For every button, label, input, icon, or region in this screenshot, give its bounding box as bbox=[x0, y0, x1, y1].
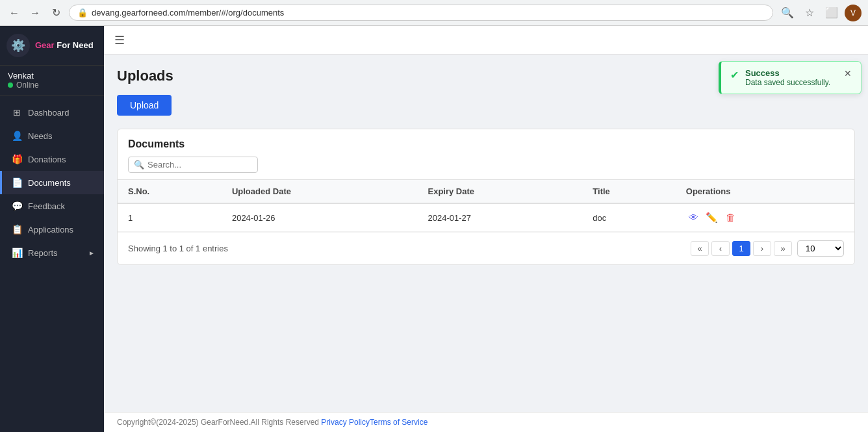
back-button[interactable]: ← bbox=[6, 5, 22, 21]
col-operations: Operations bbox=[676, 180, 854, 203]
pagination-row: Showing 1 to 1 of 1 entries « ‹ 1 › » 10… bbox=[118, 232, 854, 264]
edit-button[interactable]: ✏️ bbox=[703, 210, 721, 225]
pagination-controls-wrapper: « ‹ 1 › » 10 25 50 100 bbox=[691, 240, 844, 257]
sidebar-nav: ⊞ Dashboard 👤 Needs 🎁 Donations 📄 Docume… bbox=[0, 95, 104, 432]
upload-button[interactable]: Upload bbox=[117, 95, 172, 116]
status-dot bbox=[8, 83, 13, 88]
sidebar-item-label: Feedback bbox=[28, 201, 65, 211]
reload-button[interactable]: ↻ bbox=[48, 5, 64, 21]
toast-title: Success bbox=[745, 68, 837, 78]
cell-sno: 1 bbox=[118, 203, 222, 232]
toast-message: Data saved successfully. bbox=[745, 78, 837, 87]
sidebar-item-applications[interactable]: 📋 Applications bbox=[0, 218, 104, 241]
col-sno: S.No. bbox=[118, 180, 222, 203]
documents-card: Documents 🔍 S.No. Uploaded Date Expiry D… bbox=[117, 129, 855, 265]
status-label: Online bbox=[16, 81, 39, 90]
extensions-button[interactable]: ⬜ bbox=[823, 4, 841, 22]
url-bar[interactable]: 🔒 devang.gearforneed.com/member/#/org/do… bbox=[69, 5, 773, 21]
sidebar-user: Venkat Online bbox=[0, 66, 104, 95]
search-button[interactable]: 🔍 bbox=[778, 4, 797, 22]
view-button[interactable]: 👁 bbox=[686, 210, 701, 224]
donations-icon: 🎁 bbox=[11, 154, 23, 164]
needs-icon: 👤 bbox=[11, 131, 23, 141]
search-wrapper: 🔍 bbox=[128, 157, 258, 173]
documents-table: S.No. Uploaded Date Expiry Date Title Op… bbox=[118, 180, 854, 232]
sidebar-item-label: Dashboard bbox=[28, 108, 70, 118]
browser-actions: 🔍 ☆ ⬜ V bbox=[778, 4, 862, 22]
sidebar-item-dashboard[interactable]: ⊞ Dashboard bbox=[0, 101, 104, 124]
sidebar-header: ⚙️ Gear For Need bbox=[0, 26, 104, 66]
page-1-button[interactable]: 1 bbox=[732, 241, 750, 256]
sidebar-item-documents[interactable]: 📄 Documents bbox=[0, 171, 104, 194]
bookmark-button[interactable]: ☆ bbox=[800, 4, 819, 22]
privacy-policy-link[interactable]: Privacy Policy bbox=[321, 418, 370, 427]
toast-close-button[interactable]: ✕ bbox=[844, 68, 852, 79]
sidebar-item-label: Needs bbox=[28, 131, 53, 141]
sidebar: ⚙️ Gear For Need Venkat Online ⊞ Dashboa… bbox=[0, 26, 104, 432]
topbar: ☰ bbox=[104, 26, 868, 55]
dashboard-icon: ⊞ bbox=[11, 107, 23, 118]
table-row: 1 2024-01-26 2024-01-27 doc 👁 ✏️ 🗑 bbox=[118, 203, 854, 232]
toast-body: Success Data saved successfully. bbox=[745, 68, 837, 87]
success-icon: ✔ bbox=[730, 69, 739, 81]
pagination-info: Showing 1 to 1 of 1 entries bbox=[128, 244, 228, 253]
content-area: ✔ Success Data saved successfully. ✕ Upl… bbox=[104, 55, 868, 412]
browser-chrome: ← → ↻ 🔒 devang.gearforneed.com/member/#/… bbox=[0, 0, 868, 26]
documents-card-title: Documents bbox=[128, 138, 844, 150]
pagination-controls: « ‹ 1 › » bbox=[691, 241, 792, 256]
footer-copyright: Copyright©(2024-2025) GearForNeed.All Ri… bbox=[117, 418, 428, 427]
table-header: S.No. Uploaded Date Expiry Date Title Op… bbox=[118, 180, 854, 203]
per-page-select[interactable]: 10 25 50 100 bbox=[797, 240, 844, 257]
app-wrapper: ⚙️ Gear For Need Venkat Online ⊞ Dashboa… bbox=[0, 26, 868, 432]
sidebar-item-label: Donations bbox=[28, 155, 66, 164]
footer: Copyright©(2024-2025) GearForNeed.All Ri… bbox=[104, 412, 868, 432]
sidebar-brand: Gear For Need bbox=[35, 40, 94, 51]
profile-avatar[interactable]: V bbox=[845, 5, 862, 21]
url-text: devang.gearforneed.com/member/#/org/docu… bbox=[92, 8, 284, 18]
page-last-button[interactable]: » bbox=[774, 241, 792, 256]
table-header-row: S.No. Uploaded Date Expiry Date Title Op… bbox=[118, 180, 854, 203]
cell-expiry-date: 2024-01-27 bbox=[418, 203, 583, 232]
sidebar-status: Online bbox=[8, 81, 96, 90]
terms-link[interactable]: Terms of Service bbox=[370, 418, 428, 427]
hamburger-button[interactable]: ☰ bbox=[114, 33, 125, 47]
delete-button[interactable]: 🗑 bbox=[723, 210, 738, 224]
sidebar-username: Venkat bbox=[8, 71, 96, 81]
sidebar-item-reports[interactable]: 📊 Reports ► bbox=[0, 241, 104, 264]
page-first-button[interactable]: « bbox=[691, 241, 709, 256]
main-content: ☰ ✔ Success Data saved successfully. ✕ U… bbox=[104, 26, 868, 432]
sidebar-item-label: Applications bbox=[28, 225, 73, 235]
reports-icon: 📊 bbox=[11, 248, 23, 258]
sidebar-logo: ⚙️ bbox=[6, 34, 30, 57]
sidebar-item-donations[interactable]: 🎁 Donations bbox=[0, 147, 104, 171]
chevron-right-icon: ► bbox=[88, 249, 95, 257]
sidebar-item-label: Reports bbox=[28, 248, 58, 258]
documents-icon: 📄 bbox=[11, 177, 23, 188]
forward-button[interactable]: → bbox=[27, 5, 43, 21]
col-uploaded-date: Uploaded Date bbox=[222, 180, 418, 203]
col-title: Title bbox=[582, 180, 675, 203]
cell-operations: 👁 ✏️ 🗑 bbox=[676, 203, 854, 232]
page-next-button[interactable]: › bbox=[753, 241, 771, 256]
applications-icon: 📋 bbox=[11, 224, 23, 235]
lock-icon: 🔒 bbox=[77, 8, 88, 18]
documents-card-header: Documents 🔍 bbox=[118, 129, 854, 180]
page-prev-button[interactable]: ‹ bbox=[711, 241, 730, 256]
sidebar-item-label: Documents bbox=[28, 178, 71, 188]
sidebar-item-needs[interactable]: 👤 Needs bbox=[0, 124, 104, 147]
search-icon: 🔍 bbox=[134, 160, 144, 170]
sidebar-item-feedback[interactable]: 💬 Feedback bbox=[0, 194, 104, 218]
col-expiry-date: Expiry Date bbox=[418, 180, 583, 203]
feedback-icon: 💬 bbox=[11, 201, 23, 211]
toast-notification: ✔ Success Data saved successfully. ✕ bbox=[719, 61, 862, 94]
cell-uploaded-date: 2024-01-26 bbox=[222, 203, 418, 232]
search-input[interactable] bbox=[147, 160, 252, 170]
table-body: 1 2024-01-26 2024-01-27 doc 👁 ✏️ 🗑 bbox=[118, 203, 854, 232]
cell-title: doc bbox=[582, 203, 675, 232]
